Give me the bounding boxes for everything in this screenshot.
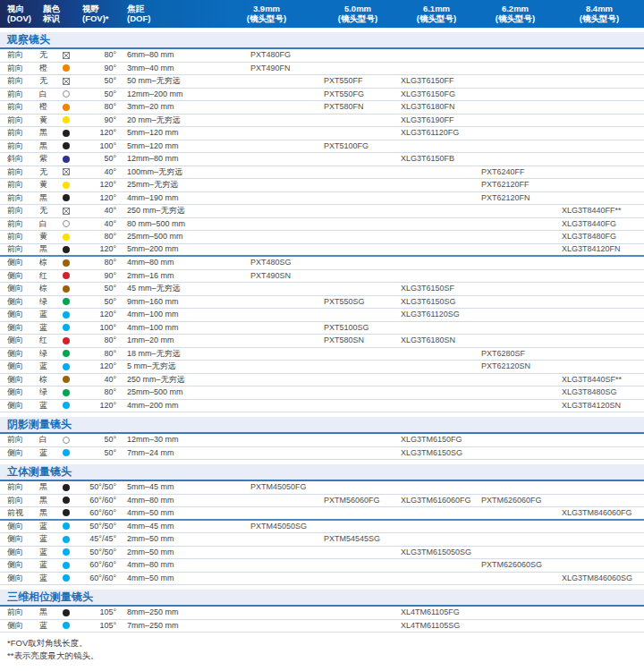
dov-cell: 侧向 xyxy=(0,573,39,584)
table-row: 侧向红80°1mm–20 mmPXT580SNXLG3T6180SN xyxy=(0,335,644,348)
model-3-9mm-cell: PXT480FG xyxy=(215,49,318,61)
color-label-cell: 黄 xyxy=(39,115,63,126)
model-6-2mm-cell: PXT62120FF xyxy=(476,179,555,191)
dov-cell: 侧向 xyxy=(0,447,39,459)
color-marker-cell xyxy=(63,130,82,137)
color-label-cell: 蓝 xyxy=(39,322,63,334)
dov-cell: 前向 xyxy=(0,127,39,139)
fov-cell: 90° xyxy=(82,63,122,74)
color-marker-cell xyxy=(63,509,82,516)
fov-cell: 80° xyxy=(82,348,122,360)
column-header-line1: 视向 xyxy=(7,4,39,13)
dof-cell: 250 mm–无穷远 xyxy=(122,374,215,386)
table-row: 侧向棕50°45 mm–无穷远XLG3T6150SF xyxy=(0,283,644,296)
color-marker-cell xyxy=(63,522,82,530)
model-8-4mm-cell: XLG3T8440FG xyxy=(555,218,644,230)
fov-cell: 40° xyxy=(82,374,122,386)
table-row: 前向无50°50 mm–无穷远PXT550FFXLG3T6150FF xyxy=(0,75,644,89)
model-6-1mm-cell: XLG3T61120SG xyxy=(397,309,476,320)
color-label-cell: 红 xyxy=(39,270,63,282)
dov-cell: 前向 xyxy=(0,243,39,255)
color-marker-cell xyxy=(63,208,82,215)
column-header-d39: 3.9mm(镜头型号) xyxy=(215,0,318,28)
fov-cell: 45°/45° xyxy=(82,533,122,545)
table-row: 前向白40°80 mm–500 mmXLG3T8440FG xyxy=(0,218,644,232)
color-label-cell: 白 xyxy=(39,218,63,230)
model-3-9mm-cell: PXT490SN xyxy=(215,270,318,282)
dof-cell: 3mm–40 mm xyxy=(122,63,215,74)
model-3-9mm-cell: PXT480SG xyxy=(215,257,318,268)
dof-cell: 3mm–20 mm xyxy=(122,101,215,113)
fov-cell: 60°/60° xyxy=(82,559,122,571)
model-8-4mm-cell: XLG3T8480SG xyxy=(555,386,644,398)
column-header-line2: (镜头型号) xyxy=(397,13,476,23)
color-label-cell: 橙 xyxy=(39,101,63,113)
table-row: 侧向蓝45°/45°2mm–50 mmPXTM54545SG xyxy=(0,533,644,547)
table-body: 观察镜头前向无80°6mm–80 mmPXT480FG前向橙90°3mm–40 … xyxy=(0,32,644,633)
color-label-cell: 无 xyxy=(39,49,63,61)
dov-cell: 前向 xyxy=(0,434,39,446)
color-marker-blue-icon xyxy=(63,402,70,409)
dof-cell: 4mm–50 mm xyxy=(122,573,215,584)
color-marker-cell xyxy=(63,194,82,201)
dov-cell: 侧向 xyxy=(0,283,39,294)
model-6-1mm-cell: XLG3TM6150FG xyxy=(397,434,476,446)
dov-cell: 前向 xyxy=(0,63,39,74)
color-marker-black-icon xyxy=(63,509,70,516)
color-marker-red-icon xyxy=(63,272,70,279)
color-marker-cell xyxy=(63,246,82,253)
fov-cell: 80° xyxy=(82,101,122,113)
color-marker-white-icon xyxy=(63,220,70,227)
color-marker-blue-icon xyxy=(63,522,70,530)
fov-cell: 50° xyxy=(82,89,122,100)
fov-cell: 80° xyxy=(82,386,122,398)
color-marker-cell xyxy=(63,363,82,370)
dof-cell: 2mm–50 mm xyxy=(122,533,215,545)
column-header-color: 颜色标识 xyxy=(39,0,82,28)
table-row: 前向黄120°25mm–无穷远PXT62120FF xyxy=(0,179,644,192)
model-5-0mm-cell: PXT580FN xyxy=(318,101,397,113)
model-8-4mm-cell: XLG3T8480FG xyxy=(555,231,644,242)
table-row: 前向黑120°5mm–200 mmXLG3T84120FN xyxy=(0,244,644,258)
dof-cell: 4mm–100 mm xyxy=(122,322,215,334)
column-header-line2: (镜头型号) xyxy=(318,13,397,23)
fov-cell: 60°/60° xyxy=(82,495,122,506)
dov-cell: 前向 xyxy=(0,607,39,618)
model-6-1mm-cell: XLG3TM616060FG xyxy=(397,495,476,506)
table-row: 侧向蓝120°4mm–100 mmXLG3T61120SG xyxy=(0,309,644,322)
color-marker-cell xyxy=(63,437,82,444)
column-header-line1: 6.2mm xyxy=(476,4,555,13)
table-row: 前向黑60°/60°4mm–80 mmPXTM56060FGXLG3TM6160… xyxy=(0,495,644,508)
fov-cell: 60°/60° xyxy=(82,507,122,519)
fov-cell: 120° xyxy=(82,361,122,372)
color-label-cell: 黑 xyxy=(39,607,63,618)
color-label-cell: 绿 xyxy=(39,348,63,360)
dov-cell: 侧向 xyxy=(0,361,39,372)
color-marker-black-icon xyxy=(63,246,70,253)
dov-cell: 侧向 xyxy=(0,374,39,386)
table-row: 侧向蓝50°/50°2mm–50 mmXLG3TM615050SG xyxy=(0,547,644,560)
dov-cell: 侧向 xyxy=(0,296,39,308)
fov-cell: 50°/50° xyxy=(82,547,122,558)
table-row: 侧向蓝60°/60°4mm–80 mmPXTM626060SG xyxy=(0,559,644,573)
model-5-0mm-cell: PXT550FG xyxy=(318,89,397,100)
dov-cell: 侧向 xyxy=(0,270,39,282)
color-marker-black-icon xyxy=(63,194,70,201)
color-marker-cell xyxy=(63,220,82,227)
color-marker-cell xyxy=(63,182,82,189)
dov-cell: 前向 xyxy=(0,495,39,506)
color-marker-cell xyxy=(63,298,82,305)
model-6-1mm-cell: XLG3T6150FG xyxy=(397,89,476,100)
dov-cell: 侧向 xyxy=(0,322,39,334)
color-marker-yellow-icon xyxy=(63,116,70,123)
column-header-line2: (镜头型号) xyxy=(215,13,318,23)
fov-cell: 120° xyxy=(82,127,122,139)
color-label-cell: 黑 xyxy=(39,495,63,506)
dov-cell: 前向 xyxy=(0,218,39,230)
color-marker-none-icon xyxy=(63,52,70,59)
dov-cell: 前向 xyxy=(0,140,39,152)
table-row: 前向黑50°/50°5mm–45 mmPXTM45050FG xyxy=(0,481,644,495)
footnote-brightness-note: **表示亮度最大的镜头。 xyxy=(7,650,644,662)
fov-cell: 100° xyxy=(82,322,122,334)
color-label-cell: 紫 xyxy=(39,153,63,165)
